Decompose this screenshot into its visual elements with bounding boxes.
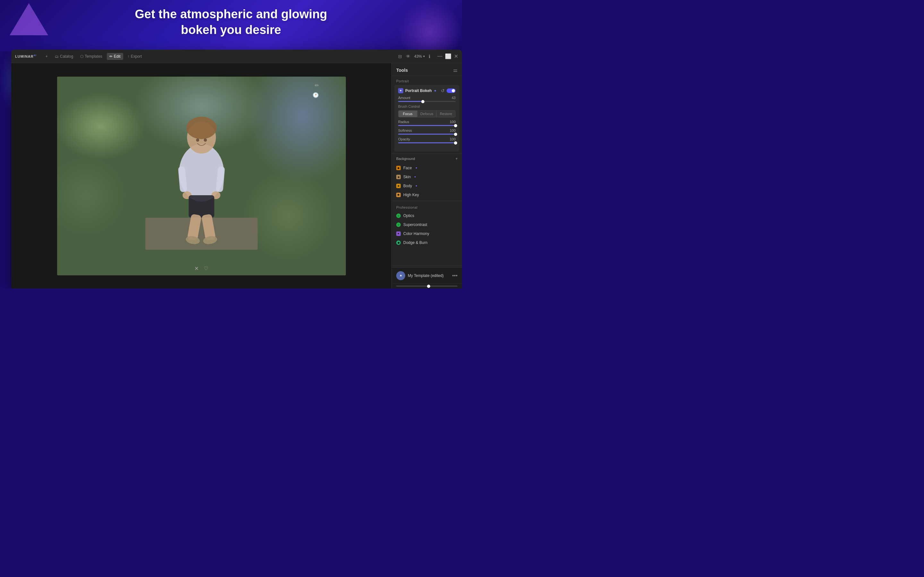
template-avatar: ★ xyxy=(396,271,405,280)
add-button[interactable]: + xyxy=(43,53,50,60)
bottom-slider-thumb[interactable] xyxy=(427,285,430,288)
supercontrast-tool-label: Supercontrast xyxy=(403,222,427,227)
bokeh-toggle[interactable] xyxy=(447,89,456,93)
svg-point-14 xyxy=(204,139,207,142)
favorite-icon[interactable]: ♡ xyxy=(204,266,208,271)
skin-ai-icon: ✦ xyxy=(414,175,417,179)
skin-tool-item[interactable]: ◈ Skin ✦ xyxy=(392,172,462,181)
template-info: ★ My Template (edited) xyxy=(396,271,444,280)
radius-label: Radius xyxy=(398,120,409,124)
body-tool-label: Body xyxy=(403,184,412,188)
template-name: My Template (edited) xyxy=(408,274,444,278)
amount-slider-row: Amount 43 xyxy=(398,96,456,102)
info-icon[interactable]: ℹ xyxy=(429,54,430,59)
background-label: Background xyxy=(396,157,415,161)
title-bar-right: ⊟ 👁 43% ▾ ℹ — ⬜ ✕ xyxy=(398,53,458,59)
export-button[interactable]: ↑ Export xyxy=(125,53,145,60)
softness-thumb[interactable] xyxy=(454,133,457,136)
photo-area: ✕ ♡ ✏ 🕐 xyxy=(11,63,391,288)
restore-tab[interactable]: Restore xyxy=(436,110,456,117)
radius-slider[interactable] xyxy=(398,125,456,126)
background-section[interactable]: Background ▾ xyxy=(392,153,462,163)
opacity-label: Opacity xyxy=(398,137,410,141)
portrait-bokeh-card: ✦ Portrait Bokeh ✦ ↺ Amount 43 xyxy=(394,85,459,152)
softness-label: Softness xyxy=(398,129,412,132)
svg-rect-8 xyxy=(189,195,214,218)
body-tool-item[interactable]: ★ Body ✦ xyxy=(392,181,462,190)
softness-value: 100 xyxy=(450,129,456,132)
color-harmony-tool-label: Color Harmony xyxy=(403,231,429,236)
edit-button[interactable]: ✏ Edit xyxy=(107,53,123,60)
optics-tool-item[interactable]: ○ Optics xyxy=(392,211,462,220)
bottom-slider[interactable] xyxy=(396,285,457,287)
high-key-tool-item[interactable]: ✺ High Key xyxy=(392,190,462,199)
eye-icon[interactable]: 👁 xyxy=(406,54,410,59)
pencil-icon[interactable]: ✏ xyxy=(315,82,319,89)
opacity-slider-row: Opacity 100 xyxy=(398,137,456,143)
softness-fill xyxy=(398,134,456,135)
bottom-slider-area xyxy=(392,284,462,288)
body-ai-icon: ✦ xyxy=(415,184,418,187)
templates-button[interactable]: ⬡ Templates xyxy=(78,53,105,60)
hero-title: Get the atmospheric and glowing bokeh yo… xyxy=(0,6,462,38)
photo-bottom-icons: ✕ ♡ xyxy=(194,266,208,271)
radius-thumb[interactable] xyxy=(454,124,457,127)
catalog-button[interactable]: 🗂 Catalog xyxy=(52,53,76,60)
app-window: LUMINARAI + 🗂 Catalog ⬡ Templates ✏ Edit… xyxy=(11,50,462,288)
dodge-burn-tool-item[interactable]: ◆ Dodge & Burn xyxy=(392,238,462,247)
color-harmony-tool-item[interactable]: ✦ Color Harmony xyxy=(392,229,462,238)
defocus-tab[interactable]: Defocus xyxy=(417,110,437,117)
photo-container: ✕ ♡ xyxy=(57,77,346,276)
panel-header: Tools ⚌ xyxy=(392,63,462,76)
amount-label: Amount xyxy=(398,96,410,100)
opacity-value: 100 xyxy=(450,137,456,141)
amount-slider[interactable] xyxy=(398,101,456,102)
zoom-control[interactable]: 43% ▾ xyxy=(414,54,425,59)
chevron-down-icon: ▾ xyxy=(456,156,457,161)
softness-slider[interactable] xyxy=(398,134,456,135)
tool-card-header: ✦ Portrait Bokeh ✦ ↺ xyxy=(398,88,456,93)
softness-slider-row: Softness 100 xyxy=(398,129,456,135)
close-icon[interactable]: ✕ xyxy=(454,53,458,59)
ai-badge: ✦ xyxy=(434,89,436,93)
face-tool-label: Face xyxy=(403,166,412,170)
chevron-down-icon: ▾ xyxy=(423,55,425,58)
app-logo: LUMINARAI xyxy=(15,54,37,58)
amount-thumb[interactable] xyxy=(421,100,425,103)
radius-fill xyxy=(398,125,456,126)
history-icon[interactable]: 🕐 xyxy=(312,92,319,98)
opacity-thumb[interactable] xyxy=(454,141,457,145)
bokeh-tool-icon: ✦ xyxy=(398,88,403,93)
main-content: ✕ ♡ ✏ 🕐 Tools ⚌ Portrait ✦ xyxy=(11,63,462,288)
brush-control-label: Brush Control xyxy=(398,105,456,108)
more-options-icon[interactable]: ••• xyxy=(452,273,457,279)
section-divider xyxy=(392,201,462,201)
close-photo-icon[interactable]: ✕ xyxy=(194,266,199,271)
catalog-icon: 🗂 xyxy=(55,54,59,59)
title-bar-controls: + 🗂 Catalog ⬡ Templates ✏ Edit ↑ Export xyxy=(43,53,398,60)
opacity-fill xyxy=(398,142,456,143)
title-bar: LUMINARAI + 🗂 Catalog ⬡ Templates ✏ Edit… xyxy=(11,50,462,63)
panel-settings-icon[interactable]: ⚌ xyxy=(453,67,457,73)
tool-name: ✦ Portrait Bokeh ✦ xyxy=(398,88,436,93)
tools-title: Tools xyxy=(396,68,408,73)
hero-section: Get the atmospheric and glowing bokeh yo… xyxy=(0,6,462,38)
face-tool-item[interactable]: ☻ Face ✦ xyxy=(392,163,462,172)
amount-fill xyxy=(398,101,423,102)
right-panel: Tools ⚌ Portrait ✦ Portrait Bokeh ✦ ↺ xyxy=(391,63,462,288)
minimize-icon[interactable]: — xyxy=(437,53,443,59)
edit-icon: ✏ xyxy=(110,54,113,59)
monitor-icon: ⊟ xyxy=(398,54,402,59)
focus-tab[interactable]: Focus xyxy=(398,110,417,117)
svg-point-13 xyxy=(196,139,199,142)
bottom-divider xyxy=(392,266,462,266)
dodge-burn-tool-icon: ◆ xyxy=(396,240,401,245)
export-icon: ↑ xyxy=(128,54,129,59)
reset-icon[interactable]: ↺ xyxy=(441,88,445,93)
dodge-burn-tool-label: Dodge & Burn xyxy=(403,240,427,245)
boy-figure xyxy=(145,96,258,250)
opacity-slider[interactable] xyxy=(398,142,456,143)
maximize-icon[interactable]: ⬜ xyxy=(445,53,451,59)
supercontrast-tool-item[interactable]: ○ Supercontrast xyxy=(392,220,462,229)
portrait-section-label: Portrait xyxy=(392,76,462,85)
